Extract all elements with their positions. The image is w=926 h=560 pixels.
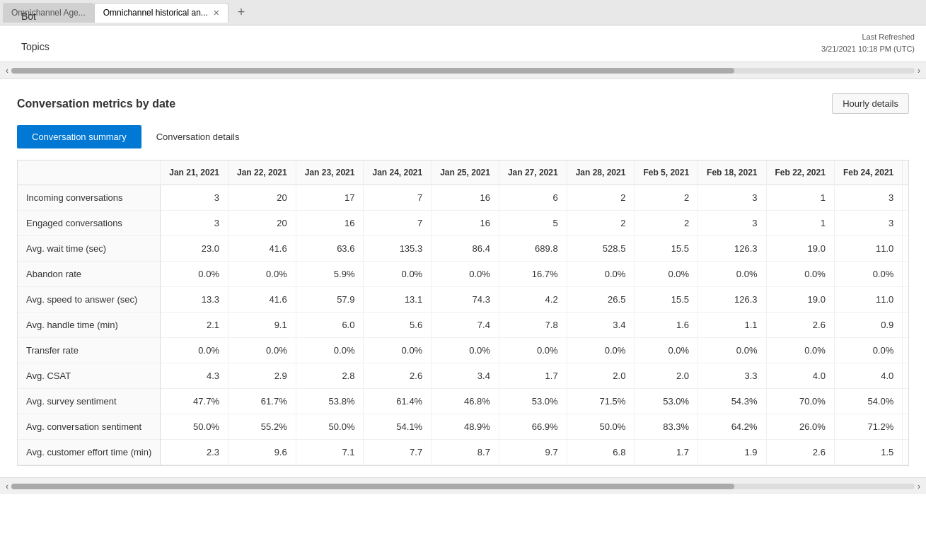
row-value: 16	[296, 211, 364, 236]
row-value: 53.0%	[499, 389, 567, 414]
table-header-date: Feb 18, 2021	[698, 161, 766, 185]
row-value: 0.0%	[834, 262, 902, 287]
row-value: 0.0%	[228, 338, 296, 363]
table-row: Avg. conversation sentiment50.0%55.2%50.…	[18, 414, 909, 440]
row-value: 70.0%	[766, 389, 834, 414]
row-value: 0.0%	[499, 338, 567, 363]
table-header-date: Jan 25, 2021	[432, 161, 499, 185]
row-value: 2.6	[766, 313, 834, 338]
row-label: Avg. wait time (sec)	[18, 236, 161, 262]
row-value: 6.8	[567, 440, 635, 465]
row-value: 2	[635, 211, 698, 236]
row-value: 0.0%	[635, 338, 698, 363]
row-value: 1.1	[698, 313, 766, 338]
new-tab-button[interactable]: +	[231, 3, 251, 23]
table-row: Transfer rate0.0%0.0%0.0%0.0%0.0%0.0%0.0…	[18, 338, 909, 363]
row-label: Avg. handle time (min)	[18, 313, 161, 338]
row-value: 5.9%	[296, 262, 364, 287]
row-value: 50.0%	[161, 414, 228, 440]
row-value: 13.1	[364, 287, 432, 313]
table-header-date: Feb 24, 2021	[834, 161, 902, 185]
row-value: 0.0%	[432, 262, 499, 287]
scroll-track-top[interactable]	[11, 68, 915, 74]
row-value: 1.6	[635, 313, 698, 338]
row-value: 8.7	[432, 440, 499, 465]
sub-tab-conversation-details[interactable]: Conversation details	[141, 125, 255, 148]
row-label: Avg. speed to answer (sec)	[18, 287, 161, 313]
row-value: 2.0	[567, 363, 635, 389]
row-value: 2	[635, 185, 698, 211]
scroll-left-arrow[interactable]: ‹	[6, 66, 8, 76]
row-value: 3.4	[567, 313, 635, 338]
row-value: 15.5	[635, 287, 698, 313]
row-value: 0.0%	[903, 262, 909, 287]
row-value: 2	[567, 185, 635, 211]
row-value: 4.0	[834, 363, 902, 389]
row-label: Abandon rate	[18, 262, 161, 287]
table-header: Jan 21, 2021Jan 22, 2021Jan 23, 2021Jan …	[18, 161, 909, 185]
row-value: 26.5	[567, 287, 635, 313]
row-value: 54.3%	[698, 389, 766, 414]
row-value: 39.6%	[903, 389, 909, 414]
active-tab[interactable]: Omnichannel historical an... ×	[94, 3, 228, 23]
scroll-right-arrow[interactable]: ›	[918, 66, 920, 76]
close-icon[interactable]: ×	[214, 7, 219, 18]
scroll-thumb-top	[11, 68, 734, 74]
row-label: Avg. customer effort time (min)	[18, 440, 161, 465]
row-value: 83.3%	[635, 414, 698, 440]
row-value: 7.1	[296, 440, 364, 465]
sub-tab-conversation-summary[interactable]: Conversation summary	[17, 125, 141, 148]
row-value: 1.9	[698, 440, 766, 465]
row-value: 3.3	[698, 363, 766, 389]
last-refreshed: Last Refreshed 3/21/2021 10:18 PM (UTC)	[821, 31, 915, 54]
row-label: Avg. survey sentiment	[18, 389, 161, 414]
table-row: Avg. speed to answer (sec)13.341.657.913…	[18, 287, 909, 313]
row-value: 26.0%	[766, 414, 834, 440]
nav-tab-bot[interactable]: Bot	[11, 1, 94, 31]
row-value: 2.1	[161, 313, 228, 338]
row-value: 689.8	[499, 236, 567, 262]
row-value: 2.6	[766, 440, 834, 465]
active-tab-label: Omnichannel historical an...	[103, 8, 208, 18]
row-value: 15.5	[635, 236, 698, 262]
row-value: 0.0%	[766, 338, 834, 363]
nav-tab-topics[interactable]: Topics	[11, 31, 94, 62]
row-value: 528.5	[567, 236, 635, 262]
row-value: 0.0%	[364, 262, 432, 287]
row-value: 4.0	[766, 363, 834, 389]
row-value: 55.2%	[228, 414, 296, 440]
hourly-details-button[interactable]: Hourly details	[832, 93, 909, 114]
scroll-track-bottom[interactable]	[11, 484, 915, 489]
top-scrollbar[interactable]: ‹ ›	[0, 62, 926, 79]
row-value: 5	[903, 211, 909, 236]
row-label: Avg. conversation sentiment	[18, 414, 161, 440]
bottom-scrollbar[interactable]: ‹ ›	[0, 477, 926, 494]
row-value: 3	[161, 211, 228, 236]
row-value: 3	[161, 185, 228, 211]
row-value: 9.6	[228, 440, 296, 465]
table-body: Incoming conversations320177166223135Eng…	[18, 185, 909, 465]
row-value: 3	[698, 211, 766, 236]
row-value: 2.0	[635, 363, 698, 389]
row-value: 0.0%	[698, 338, 766, 363]
section-title: Conversation metrics by date	[17, 98, 175, 110]
row-value: 54.0%	[834, 389, 902, 414]
table-header-date: Jan 21, 2021	[161, 161, 228, 185]
row-value: 0.0%	[766, 262, 834, 287]
scroll-right-arrow-bottom[interactable]: ›	[918, 482, 920, 491]
scroll-left-arrow-bottom[interactable]: ‹	[6, 482, 8, 491]
row-value: 23.0	[161, 236, 228, 262]
row-value: 2.8	[296, 363, 364, 389]
row-value: 0.0%	[228, 262, 296, 287]
row-label: Engaged conversations	[18, 211, 161, 236]
row-value: 6	[499, 185, 567, 211]
row-value: 4.2	[499, 287, 567, 313]
table-header-date: Feb 5, 2021	[635, 161, 698, 185]
row-value: 0.0%	[567, 262, 635, 287]
row-value: 17	[296, 185, 364, 211]
last-refreshed-value: 3/21/2021 10:18 PM (UTC)	[821, 43, 915, 55]
row-value: 7.7	[364, 440, 432, 465]
row-value: 1	[766, 211, 834, 236]
row-value: 0.0%	[567, 338, 635, 363]
row-value: 3	[834, 185, 902, 211]
